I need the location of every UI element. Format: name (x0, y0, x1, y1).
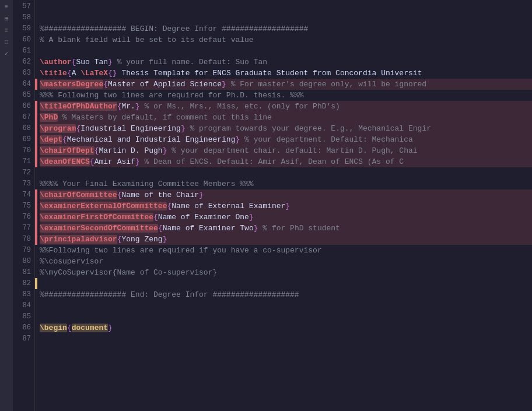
code-line-71: \deanOfENCS{Amir Asif} % Dean of ENCS. D… (40, 156, 532, 167)
code-line-66: \titleOfPhDAuthor{Mr.} % or Ms., Mrs., M… (40, 101, 532, 112)
code-line-67: \PhD % Masters by default, if comment ou… (40, 112, 532, 123)
code-line-63: \title{A \LaTeX{} Thesis Template for EN… (40, 68, 532, 79)
code-area[interactable]: %################## BEGIN: Degree Infor … (35, 0, 532, 411)
code-line-73: %%%% Your Final Examining Committee Memb… (40, 178, 532, 189)
code-line-80: %\cosupervisor (40, 256, 532, 267)
code-line-64: \mastersDegree{Master of Applied Science… (40, 79, 532, 90)
code-line-68: \program{Industrial Engineering} % progr… (40, 123, 532, 134)
code-line-72 (40, 167, 532, 178)
icon-1[interactable]: ≡ (2, 2, 11, 12)
code-line-79: %%Following two lines are required if yo… (40, 245, 532, 256)
code-line-78: \principaladvisor{Yong Zeng} (40, 234, 532, 245)
code-line-84 (40, 300, 532, 311)
icon-2[interactable]: ⊞ (2, 14, 11, 23)
icon-3[interactable]: ≡ (2, 26, 11, 35)
code-line-76: \examinerFirstOfCommittee{Name of Examin… (40, 212, 532, 223)
code-line-77: \examinerSecondOfCommittee{Name of Exami… (40, 223, 532, 234)
code-line-83: %################## End: Degree Infor ##… (40, 289, 532, 300)
code-line-61 (40, 45, 532, 57)
code-line-85 (40, 311, 532, 322)
code-line-58 (40, 12, 532, 23)
code-line-62: \author{Suo Tan} % your full name. Defau… (40, 57, 532, 68)
code-line-70: \chairOfDept{Martin D. Pugh} % your depa… (40, 145, 532, 156)
code-editor: ≡ ⊞ ≡ □ ✓ 57 58 59 60 61 62 63 64 65 66 … (0, 0, 532, 411)
code-line-75: \examinerExternalOfCommittee{Name of Ext… (40, 201, 532, 212)
code-line-69: \dept{Mechanical and Industrial Engineer… (40, 134, 532, 145)
icon-4[interactable]: □ (2, 37, 11, 47)
code-line-81: %\myCoSupervisor{Name of Co-supervisor} (40, 267, 532, 278)
code-line-65: %%% Following two lines are required for… (40, 90, 532, 101)
icon-5[interactable]: ✓ (2, 49, 11, 58)
code-line-59: %################## BEGIN: Degree Infor … (40, 23, 532, 34)
code-line-57 (40, 1, 532, 12)
code-line-82 (40, 278, 532, 289)
code-line-87 (40, 333, 532, 345)
code-line-86: \begin{document} (40, 322, 532, 333)
code-line-74: \chairOfCommittee{Name of the Chair} (40, 189, 532, 201)
code-line-60: % A blank field will be set to its defau… (40, 34, 532, 45)
gutter-icons: ≡ ⊞ ≡ □ ✓ (0, 0, 13, 411)
line-numbers: 57 58 59 60 61 62 63 64 65 66 67 68 69 7… (13, 0, 35, 411)
